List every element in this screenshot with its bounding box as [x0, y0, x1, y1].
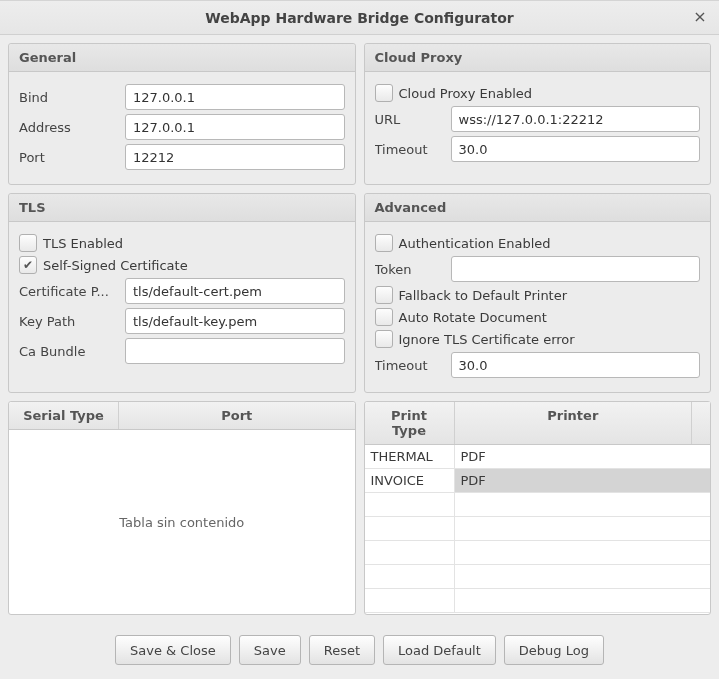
tls-cert-label: Certificate P... [19, 284, 119, 299]
top-row: General Bind Address Port [8, 43, 711, 185]
table-row [365, 589, 711, 613]
cloud-timeout-input[interactable] [451, 136, 701, 162]
tls-key-label: Key Path [19, 314, 119, 329]
mid-row: TLS TLS Enabled Self-Signed Certificate … [8, 193, 711, 393]
table-row [365, 541, 711, 565]
serial-table[interactable]: Serial Type Port Tabla sin contenido [8, 401, 356, 615]
print-table[interactable]: Print Type Printer THERMALPDFINVOICEPDF [364, 401, 712, 615]
load-default-button[interactable]: Load Default [383, 635, 496, 665]
save-close-button[interactable]: Save & Close [115, 635, 231, 665]
address-row: Address [19, 114, 345, 140]
cloud-body: Cloud Proxy Enabled URL Timeout [365, 72, 711, 176]
tls-ca-input[interactable] [125, 338, 345, 364]
general-header: General [9, 44, 355, 72]
window-title: WebApp Hardware Bridge Configurator [205, 10, 514, 26]
printer-cell[interactable]: PDF [455, 469, 711, 492]
tls-ca-row: Ca Bundle [19, 338, 345, 364]
cloud-url-row: URL [375, 106, 701, 132]
tls-key-input[interactable] [125, 308, 345, 334]
printer-cell[interactable]: PDF [455, 445, 711, 468]
tls-group: TLS TLS Enabled Self-Signed Certificate … [8, 193, 356, 393]
printer-cell [455, 493, 711, 516]
general-group: General Bind Address Port [8, 43, 356, 185]
print-col-printer[interactable]: Printer [455, 402, 693, 444]
auth-enabled-row: Authentication Enabled [375, 234, 701, 252]
token-label: Token [375, 262, 445, 277]
tls-enabled-label: TLS Enabled [43, 236, 123, 251]
ignoretls-checkbox[interactable] [375, 330, 393, 348]
adv-timeout-label: Timeout [375, 358, 445, 373]
titlebar: WebApp Hardware Bridge Configurator × [0, 1, 719, 35]
table-row[interactable]: THERMALPDF [365, 445, 711, 469]
address-label: Address [19, 120, 119, 135]
print-type-cell [365, 541, 455, 564]
print-table-body: THERMALPDFINVOICEPDF [365, 445, 711, 614]
tls-body: TLS Enabled Self-Signed Certificate Cert… [9, 222, 355, 378]
port-row: Port [19, 144, 345, 170]
adv-timeout-input[interactable] [451, 352, 701, 378]
rotate-row: Auto Rotate Document [375, 308, 701, 326]
port-label: Port [19, 150, 119, 165]
close-icon[interactable]: × [691, 9, 709, 27]
fallback-label: Fallback to Default Printer [399, 288, 568, 303]
cloud-url-input[interactable] [451, 106, 701, 132]
serial-table-body: Tabla sin contenido [9, 430, 355, 614]
cloud-header: Cloud Proxy [365, 44, 711, 72]
bind-row: Bind [19, 84, 345, 110]
port-input[interactable] [125, 144, 345, 170]
reset-button[interactable]: Reset [309, 635, 375, 665]
ignoretls-row: Ignore TLS Certificate error [375, 330, 701, 348]
address-input[interactable] [125, 114, 345, 140]
print-head-corner [692, 402, 710, 444]
tls-cert-input[interactable] [125, 278, 345, 304]
fallback-checkbox[interactable] [375, 286, 393, 304]
bind-label: Bind [19, 90, 119, 105]
cloud-group: Cloud Proxy Cloud Proxy Enabled URL Time… [364, 43, 712, 185]
token-input[interactable] [451, 256, 701, 282]
cloud-enabled-checkbox[interactable] [375, 84, 393, 102]
serial-col-type[interactable]: Serial Type [9, 402, 119, 429]
tls-key-row: Key Path [19, 308, 345, 334]
save-button[interactable]: Save [239, 635, 301, 665]
tls-selfsigned-checkbox[interactable] [19, 256, 37, 274]
print-type-cell[interactable]: INVOICE [365, 469, 455, 492]
print-type-cell[interactable]: THERMAL [365, 445, 455, 468]
printer-cell [455, 517, 711, 540]
config-window: WebApp Hardware Bridge Configurator × Ge… [0, 0, 719, 679]
general-body: Bind Address Port [9, 72, 355, 184]
rotate-label: Auto Rotate Document [399, 310, 547, 325]
table-row [365, 517, 711, 541]
auth-enabled-checkbox[interactable] [375, 234, 393, 252]
tls-header: TLS [9, 194, 355, 222]
bind-input[interactable] [125, 84, 345, 110]
table-row[interactable]: INVOICEPDF [365, 469, 711, 493]
token-row: Token [375, 256, 701, 282]
print-type-cell [365, 589, 455, 612]
advanced-header: Advanced [365, 194, 711, 222]
tls-selfsigned-row: Self-Signed Certificate [19, 256, 345, 274]
serial-col-port[interactable]: Port [119, 402, 355, 429]
printer-cell [455, 565, 711, 588]
advanced-group: Advanced Authentication Enabled Token Fa… [364, 193, 712, 393]
serial-empty-msg: Tabla sin contenido [9, 430, 355, 614]
printer-cell [455, 541, 711, 564]
fallback-row: Fallback to Default Printer [375, 286, 701, 304]
advanced-body: Authentication Enabled Token Fallback to… [365, 222, 711, 392]
print-type-cell [365, 517, 455, 540]
print-table-head: Print Type Printer [365, 402, 711, 445]
tls-cert-row: Certificate P... [19, 278, 345, 304]
cloud-timeout-label: Timeout [375, 142, 445, 157]
tls-enabled-row: TLS Enabled [19, 234, 345, 252]
cloud-url-label: URL [375, 112, 445, 127]
cloud-enabled-label: Cloud Proxy Enabled [399, 86, 533, 101]
print-type-cell [365, 565, 455, 588]
print-col-type[interactable]: Print Type [365, 402, 455, 444]
content-area: General Bind Address Port [0, 35, 719, 679]
cloud-timeout-row: Timeout [375, 136, 701, 162]
adv-timeout-row: Timeout [375, 352, 701, 378]
tls-selfsigned-label: Self-Signed Certificate [43, 258, 188, 273]
tls-ca-label: Ca Bundle [19, 344, 119, 359]
debug-log-button[interactable]: Debug Log [504, 635, 604, 665]
rotate-checkbox[interactable] [375, 308, 393, 326]
tls-enabled-checkbox[interactable] [19, 234, 37, 252]
